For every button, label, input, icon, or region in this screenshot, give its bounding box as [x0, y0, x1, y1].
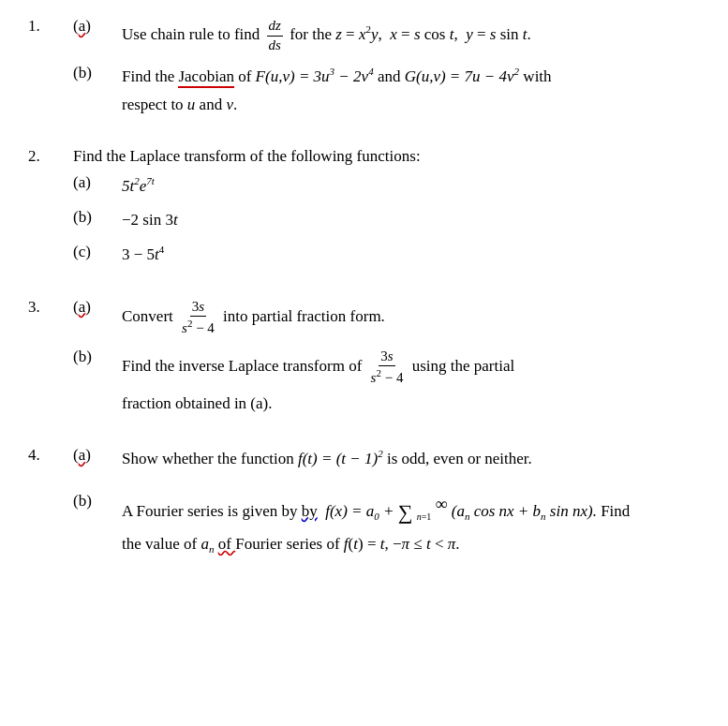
odd-even-text: is odd, even or neither. — [387, 450, 532, 467]
problem-4b-content: A Fourier series is given by by f(x) = a… — [122, 492, 700, 557]
using-partial-text: using the partial — [412, 357, 515, 375]
problem-1b: (b) Find the Jacobian of F(u,v) = 3u3 − … — [73, 64, 700, 117]
problem-3-number: 3. — [28, 298, 73, 425]
problem-2b-label: (b) — [73, 208, 122, 232]
problem-3b-content: Find the inverse Laplace transform of 3s… — [122, 348, 700, 416]
problem-2b-content: −2 sin 3t — [122, 208, 700, 232]
fourier-by-underline: by — [302, 502, 318, 520]
problem-2a-content: 5t2e7t — [122, 173, 700, 199]
problem-3a: (a) Convert 3s s2 − 4 into partial fract… — [73, 298, 700, 338]
jacobian-text-pre: Find the Jacobian of — [122, 67, 256, 88]
chain-rule-for: for the z = x2y, x = s cos t, y = s sin … — [290, 25, 531, 43]
problem-4a: (a) Show whether the function f(t) = (t … — [73, 446, 700, 471]
problem-2-content: Find the Laplace transform of the follow… — [73, 147, 700, 276]
problem-1b-content: Find the Jacobian of F(u,v) = 3u3 − 2v4 … — [122, 64, 700, 117]
of-underline: of — [218, 535, 235, 553]
find-value-text: Find — [601, 502, 630, 520]
problem-2c-label: (c) — [73, 243, 122, 268]
fraction-3a-denom: s2 − 4 — [180, 317, 216, 338]
3s-fraction-3b: 3s s2 − 4 — [369, 348, 406, 388]
func-G: G(u,v) = 7u − 4v2 — [405, 67, 519, 85]
problem-4: 4. (a) Show whether the function f(t) = … — [28, 446, 700, 567]
convert-text: Convert — [122, 307, 177, 325]
problem-2c: (c) 3 − 5t4 — [73, 243, 700, 268]
func-F: F(u,v) = 3u3 − 2v4 — [256, 67, 374, 85]
problem-1-number: 1. — [28, 17, 73, 126]
sigma-to: ∞ — [436, 495, 448, 513]
sigma-symbol: ∑ — [398, 500, 413, 524]
label-4a: a — [79, 446, 86, 464]
spacer-4 — [73, 481, 700, 492]
label-a: a — [79, 17, 86, 35]
problem-2: 2. Find the Laplace transform of the fol… — [28, 147, 700, 276]
problem-3-content: (a) Convert 3s s2 − 4 into partial fract… — [73, 298, 700, 425]
fourier-terms: (an cos nx + bn sin nx). — [452, 502, 601, 520]
problem-4-content: (a) Show whether the function f(t) = (t … — [73, 446, 700, 567]
with-text: with — [523, 67, 551, 85]
problem-3b-label: (b) — [73, 348, 122, 416]
problem-1-content: (a) Use chain rule to find dz ds for the… — [73, 17, 700, 126]
fraction-denominator: ds — [267, 37, 283, 55]
fraction-3b-denom: s2 − 4 — [369, 366, 406, 388]
and-text: and — [378, 67, 405, 85]
expr-2c: 3 − 5t4 — [122, 245, 164, 263]
problem-1b-label: (b) — [73, 64, 122, 117]
dz-ds-fraction: dz ds — [267, 17, 283, 54]
fraction-numerator: dz — [267, 17, 283, 37]
3s-fraction-3a: 3s s2 − 4 — [180, 298, 216, 338]
problem-2c-content: 3 − 5t4 — [122, 243, 700, 268]
problem-1a-label: (a) — [73, 17, 122, 54]
problem-2-intro: Find the Laplace transform of the follow… — [73, 147, 700, 166]
problem-3a-content: Convert 3s s2 − 4 into partial fraction … — [122, 298, 700, 338]
problem-1: 1. (a) Use chain rule to find dz ds for … — [28, 17, 700, 126]
problem-2a-label: (a) — [73, 173, 122, 199]
inverse-laplace-text: Find the inverse Laplace transform of — [122, 357, 366, 375]
fraction-3s-numer-b: 3s — [379, 348, 394, 367]
function-f-t: f(t) = (t − 1)2 — [298, 450, 383, 467]
problem-4b: (b) A Fourier series is given by by f(x)… — [73, 492, 700, 557]
problem-3b: (b) Find the inverse Laplace transform o… — [73, 348, 700, 416]
chain-rule-text: Use chain rule to find — [122, 25, 264, 43]
partial-fraction-text: into partial fraction form. — [223, 307, 385, 325]
show-whether-text: Show whether the function — [122, 450, 298, 467]
problem-4a-label: (a) — [73, 446, 122, 471]
problem-1a: (a) Use chain rule to find dz ds for the… — [73, 17, 700, 54]
problem-4a-content: Show whether the function f(t) = (t − 1)… — [122, 446, 700, 471]
expr-2b: −2 sin 3t — [122, 211, 178, 229]
problem-2b: (b) −2 sin 3t — [73, 208, 700, 232]
fourier-series-expr: f(x) = a0 + — [321, 502, 398, 520]
problem-3: 3. (a) Convert 3s s2 − 4 into partial fr… — [28, 298, 700, 425]
fourier-intro-text: A Fourier series is given by — [122, 502, 302, 520]
problem-3a-label: (a) — [73, 298, 122, 338]
problem-4-number: 4. — [28, 446, 73, 567]
fourier-find-line2: the value of an of Fourier series of f(t… — [122, 532, 700, 557]
jacobian-wrap: respect to u and v. — [122, 93, 700, 117]
label-3a: a — [79, 298, 86, 316]
fraction-obtained-text: fraction obtained in (a). — [122, 392, 700, 416]
jacobian-word: Jacobian — [178, 67, 233, 88]
problem-1a-content: Use chain rule to find dz ds for the z =… — [122, 17, 700, 54]
sigma-from: n=1 — [417, 511, 432, 522]
fraction-3s-numer: 3s — [190, 298, 206, 318]
problem-2-number: 2. — [28, 147, 73, 276]
problem-2a: (a) 5t2e7t — [73, 173, 700, 199]
problem-4b-label: (b) — [73, 492, 122, 557]
expr-2a: 5t2e7t — [122, 177, 155, 195]
